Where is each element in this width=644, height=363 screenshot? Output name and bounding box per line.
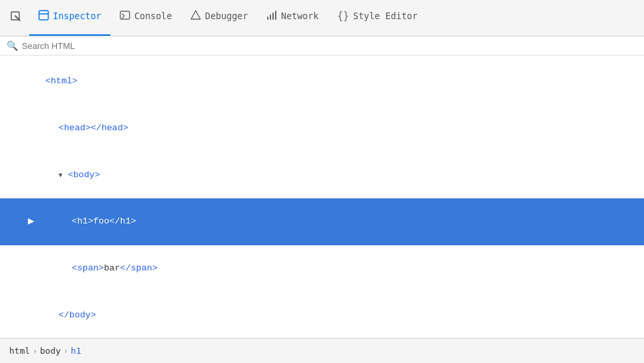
search-bar: 🔍 <box>0 36 644 56</box>
tab-console-label: Console <box>134 11 172 21</box>
tab-debugger-label: Debugger <box>205 11 248 21</box>
search-icon: 🔍 <box>7 40 18 51</box>
breadcrumb: html › body › h1 <box>0 338 644 363</box>
tab-console[interactable]: Console <box>110 0 181 36</box>
breadcrumb-sep-2: › <box>63 346 68 356</box>
picker-button[interactable] <box>3 0 29 36</box>
tab-inspector-label: Inspector <box>53 11 101 21</box>
toolbar: Inspector Console Debugger Netwo <box>0 0 644 36</box>
svg-marker-5 <box>191 11 200 19</box>
html-panel: <html> <head></head> ▼ <body> ▶ <h1>foo<… <box>0 56 644 338</box>
network-icon <box>266 10 277 22</box>
style-editor-icon: {} <box>337 10 349 22</box>
line-head[interactable]: <head></head> <box>0 105 644 152</box>
tab-network[interactable]: Network <box>257 0 328 36</box>
breadcrumb-html[interactable]: html <box>9 346 30 356</box>
line-body-close[interactable]: </body> <box>0 292 644 338</box>
line-body-open[interactable]: ▼ <body> <box>0 152 644 199</box>
tab-debugger[interactable]: Debugger <box>181 0 257 36</box>
inspector-icon <box>38 10 49 22</box>
line-content: <span>bar</span> <box>36 246 161 292</box>
search-input[interactable] <box>22 41 637 51</box>
line-html-open[interactable]: <html> <box>0 58 644 105</box>
debugger-icon <box>190 10 201 22</box>
line-h1[interactable]: ▶ <h1>foo</h1> <box>0 198 644 245</box>
line-content: </body> <box>22 293 100 338</box>
breadcrumb-sep-1: › <box>32 346 37 356</box>
breadcrumb-body[interactable]: body <box>40 346 61 356</box>
svg-rect-2 <box>39 11 48 20</box>
line-span[interactable]: <span>bar</span> <box>0 245 644 292</box>
line-content: <h1>foo</h1> <box>36 199 140 245</box>
tab-style-editor-label: Style Editor <box>353 11 418 21</box>
breadcrumb-h1[interactable]: h1 <box>71 346 81 356</box>
console-icon <box>120 10 130 22</box>
selected-indicator: ▶ <box>26 213 36 231</box>
tab-style-editor[interactable]: {} Style Editor <box>328 0 427 36</box>
line-content: <html> <box>9 59 81 104</box>
collapse-triangle[interactable]: ▼ <box>59 172 67 179</box>
svg-rect-4 <box>120 11 130 19</box>
tab-inspector[interactable]: Inspector <box>29 0 110 36</box>
tab-network-label: Network <box>281 11 319 21</box>
line-content: <head></head> <box>22 106 132 151</box>
line-content: ▼ <body> <box>22 153 104 198</box>
